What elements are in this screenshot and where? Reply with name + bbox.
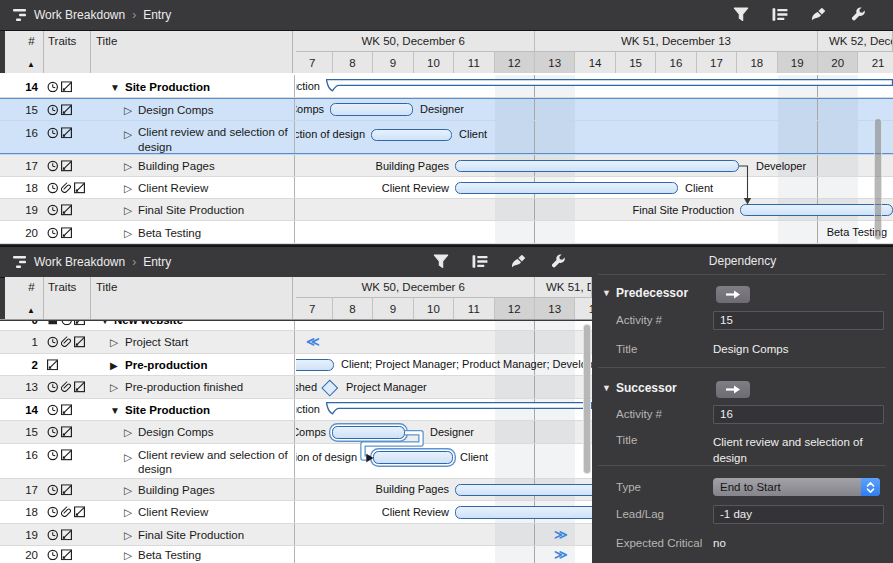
note-icon <box>47 321 59 326</box>
row-traits <box>47 549 72 561</box>
row-number: 17 <box>5 484 38 496</box>
breadcrumb-mode[interactable]: Entry <box>143 8 171 22</box>
clock-icon <box>47 507 59 519</box>
goto-predecessor-button[interactable] <box>716 286 750 303</box>
row-traits <box>47 321 86 326</box>
disclosure-triangle-icon[interactable]: ▷ <box>124 128 132 140</box>
day-header-cell: 9 <box>373 52 413 73</box>
day-header-cell: 19 <box>778 52 818 73</box>
disclosure-triangle-icon[interactable]: ▷ <box>124 227 132 239</box>
breadcrumb-separator-icon: › <box>132 255 136 269</box>
vertical-scrollbar[interactable] <box>583 324 591 474</box>
successor-header: Successor <box>616 381 677 395</box>
clock-icon <box>47 227 59 239</box>
predecessor-title-label: Title <box>616 343 637 355</box>
predecessor-activity-label: Activity # <box>616 314 662 326</box>
disclosure-triangle-icon[interactable]: ▼ <box>110 81 120 92</box>
pencil-icon <box>61 427 73 439</box>
row-title-cell: ▼Site Production <box>90 75 293 98</box>
row-title-cell: ▼Site Production <box>90 399 293 422</box>
panel-work-breakdown-bottom: Work Breakdown›Entry#▲TraitsTitleWK 50, … <box>0 247 592 563</box>
critical-value: no <box>713 537 726 549</box>
clock-icon <box>47 81 59 93</box>
breadcrumb-view[interactable]: Work Breakdown <box>34 255 125 269</box>
paperclip-icon <box>61 382 73 394</box>
pencil-icon <box>61 204 73 216</box>
work-breakdown-icon <box>13 8 28 22</box>
row-traits <box>47 227 72 239</box>
dependency-connector-selected[interactable] <box>296 321 592 563</box>
disclosure-triangle-icon[interactable]: ▷ <box>124 451 132 463</box>
week-header-cell: WK 50, December 6 <box>296 277 535 298</box>
pencil-icon <box>61 104 73 116</box>
disclosure-triangle-icon[interactable]: ▼ <box>110 404 120 415</box>
vertical-scrollbar[interactable] <box>874 118 883 240</box>
column-header-traits[interactable]: Traits <box>48 281 76 293</box>
predecessor-activity-input[interactable]: 15 <box>713 311 884 330</box>
clock-icon <box>47 204 59 216</box>
pencil-icon <box>74 337 86 349</box>
clock-icon <box>47 484 59 496</box>
breadcrumb-mode[interactable]: Entry <box>143 255 171 269</box>
pencil-icon <box>74 182 86 194</box>
row-title: Final Site Production <box>138 204 244 216</box>
breadcrumb: Work Breakdown›Entry <box>34 8 171 22</box>
divider <box>598 367 886 368</box>
column-header-num[interactable]: # <box>19 35 44 47</box>
disclosure-triangle-icon[interactable]: ▼ <box>100 321 110 326</box>
dependency-connector[interactable] <box>296 75 893 245</box>
breadcrumb: Work Breakdown›Entry <box>34 255 171 269</box>
row-number: 17 <box>5 160 38 172</box>
disclosure-triangle-icon[interactable]: ▷ <box>124 529 132 541</box>
row-traits <box>47 484 72 496</box>
successor-activity-input[interactable]: 16 <box>713 405 884 424</box>
day-header-cell: 16 <box>656 52 696 73</box>
disclosure-triangle-icon[interactable]: ▷ <box>124 506 132 518</box>
format-brush-icon[interactable] <box>811 7 827 23</box>
column-header-title[interactable]: Title <box>96 281 117 293</box>
outline-icon[interactable] <box>472 254 488 270</box>
disclosure-triangle-icon[interactable]: ▷ <box>124 182 132 194</box>
disclosure-triangle-icon[interactable]: ▷ <box>110 381 118 393</box>
disclosure-triangle-icon[interactable]: ▷ <box>124 426 132 438</box>
disclosure-triangle-icon[interactable]: ▷ <box>124 484 132 496</box>
format-brush-icon[interactable] <box>511 254 527 270</box>
dependency-type-select[interactable]: End to Start <box>713 478 880 496</box>
disclosure-triangle-icon[interactable]: ▷ <box>124 204 132 216</box>
day-header-cell: 11 <box>454 52 494 73</box>
leadlag-input[interactable]: -1 day <box>713 505 884 524</box>
filter-icon[interactable] <box>433 254 449 270</box>
row-traits <box>47 359 59 371</box>
row-traits <box>47 182 86 194</box>
chevron-down-icon[interactable]: ▼ <box>602 383 611 393</box>
clock-icon <box>61 321 73 326</box>
disclosure-triangle-icon[interactable]: ▶ <box>110 359 118 370</box>
row-title-cell: ▷Final Site Production <box>90 199 293 221</box>
day-header-cell: 13 <box>535 52 575 73</box>
chevron-down-icon[interactable]: ▼ <box>602 288 611 298</box>
column-header-title[interactable]: Title <box>96 35 117 47</box>
row-title: Design Comps <box>138 104 213 116</box>
pencil-icon <box>74 321 86 326</box>
settings-wrench-icon[interactable] <box>550 254 566 270</box>
filter-icon[interactable] <box>733 7 749 23</box>
outline-icon[interactable] <box>772 7 788 23</box>
panel-titlebar: Work Breakdown›Entry <box>0 0 893 30</box>
disclosure-triangle-icon[interactable]: ▷ <box>124 160 132 172</box>
clock-icon <box>47 160 59 172</box>
settings-wrench-icon[interactable] <box>850 7 866 23</box>
row-title-cell: ▷Final Site Production <box>90 524 293 547</box>
day-header-cell: 14 <box>575 52 615 73</box>
row-title-cell: ▷Building Pages <box>90 479 293 502</box>
row-title-cell: ▷Client review and selection of design <box>90 121 293 155</box>
right-arrow-icon <box>723 289 743 300</box>
column-header-num[interactable]: # <box>19 281 44 293</box>
disclosure-triangle-icon[interactable]: ▷ <box>124 549 132 561</box>
disclosure-triangle-icon[interactable]: ▷ <box>110 336 118 348</box>
column-header-traits[interactable]: Traits <box>48 35 76 47</box>
disclosure-triangle-icon[interactable]: ▷ <box>124 104 132 116</box>
day-header-cell: 10 <box>414 298 454 319</box>
breadcrumb-view[interactable]: Work Breakdown <box>34 8 125 22</box>
goto-successor-button[interactable] <box>716 381 750 398</box>
clock-icon <box>47 382 59 394</box>
